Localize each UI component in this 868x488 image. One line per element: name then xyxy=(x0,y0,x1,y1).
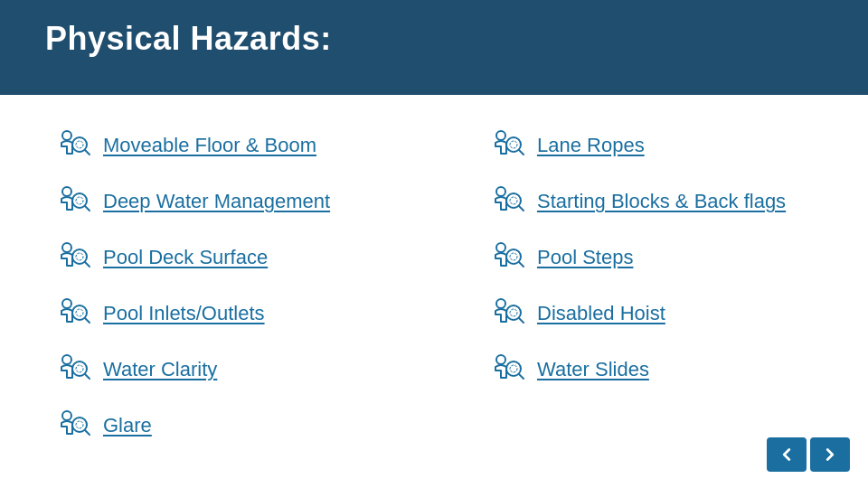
svg-point-43 xyxy=(510,365,517,372)
list-item-text-lane-ropes: Lane Ropes xyxy=(537,134,645,157)
hazard-icon xyxy=(54,295,92,333)
svg-line-14 xyxy=(85,318,90,323)
hazard-icon xyxy=(488,183,526,221)
svg-point-15 xyxy=(76,309,83,316)
list-item-text-moveable-floor-boom: Moveable Floor & Boom xyxy=(103,134,316,157)
svg-point-35 xyxy=(510,253,517,260)
list-item-starting-blocks-back-flags[interactable]: Starting Blocks & Back flags xyxy=(488,174,868,230)
list-item-deep-water-management[interactable]: Deep Water Management xyxy=(54,174,434,230)
right-column: Lane RopesStarting Blocks & Back flagsPo… xyxy=(434,104,868,488)
svg-line-42 xyxy=(519,374,524,379)
list-item-text-pool-steps: Pool Steps xyxy=(537,246,633,269)
navigation-buttons xyxy=(767,437,850,472)
svg-line-6 xyxy=(85,206,90,211)
list-item-glare[interactable]: Glare xyxy=(54,398,434,454)
svg-point-40 xyxy=(496,355,505,364)
svg-point-27 xyxy=(510,141,517,148)
hazard-icon xyxy=(488,127,526,164)
list-item-text-disabled-hoist: Disabled Hoist xyxy=(537,302,665,325)
list-item-text-starting-blocks-back-flags: Starting Blocks & Back flags xyxy=(537,190,786,213)
svg-line-38 xyxy=(519,318,524,323)
list-item-disabled-hoist[interactable]: Disabled Hoist xyxy=(488,286,868,342)
list-item-pool-deck-surface[interactable]: Pool Deck Surface xyxy=(54,230,434,286)
svg-point-19 xyxy=(76,365,83,372)
list-item-text-water-slides: Water Slides xyxy=(537,358,649,381)
svg-point-28 xyxy=(496,187,505,196)
svg-point-11 xyxy=(76,253,83,260)
svg-line-2 xyxy=(85,150,90,155)
svg-point-12 xyxy=(62,299,71,308)
content-area: Moveable Floor & BoomDeep Water Manageme… xyxy=(0,104,868,488)
hazard-icon xyxy=(54,183,92,221)
list-item-water-slides[interactable]: Water Slides xyxy=(488,342,868,398)
svg-point-4 xyxy=(62,187,71,196)
list-item-pool-steps[interactable]: Pool Steps xyxy=(488,230,868,286)
list-item-text-deep-water-management: Deep Water Management xyxy=(103,190,330,213)
hazard-icon xyxy=(54,239,92,277)
svg-point-39 xyxy=(510,309,517,316)
forward-button[interactable] xyxy=(810,437,850,472)
hazard-icon xyxy=(488,295,526,333)
hazard-icon xyxy=(488,351,526,389)
svg-point-3 xyxy=(76,141,83,148)
svg-point-23 xyxy=(76,421,83,428)
hazard-icon xyxy=(54,407,92,445)
list-item-moveable-floor-boom[interactable]: Moveable Floor & Boom xyxy=(54,117,434,174)
list-item-pool-inlets-outlets[interactable]: Pool Inlets/Outlets xyxy=(54,286,434,342)
left-column: Moveable Floor & BoomDeep Water Manageme… xyxy=(0,104,434,488)
hazard-icon xyxy=(488,239,526,277)
page-title: Physical Hazards: xyxy=(45,20,332,58)
svg-point-20 xyxy=(62,411,71,420)
list-item-lane-ropes[interactable]: Lane Ropes xyxy=(488,117,868,174)
svg-point-31 xyxy=(510,197,517,204)
list-item-text-pool-inlets-outlets: Pool Inlets/Outlets xyxy=(103,302,265,325)
svg-point-8 xyxy=(62,243,71,252)
hazard-icon xyxy=(54,127,92,164)
svg-point-7 xyxy=(76,197,83,204)
svg-line-30 xyxy=(519,206,524,211)
list-item-text-water-clarity: Water Clarity xyxy=(103,358,217,381)
list-item-water-clarity[interactable]: Water Clarity xyxy=(54,342,434,398)
list-item-text-glare: Glare xyxy=(103,414,152,437)
svg-line-10 xyxy=(85,262,90,267)
svg-line-18 xyxy=(85,374,90,379)
svg-point-32 xyxy=(496,243,505,252)
list-item-text-pool-deck-surface: Pool Deck Surface xyxy=(103,246,268,269)
svg-point-24 xyxy=(496,131,505,140)
back-button[interactable] xyxy=(767,437,807,472)
svg-point-36 xyxy=(496,299,505,308)
hazard-icon xyxy=(54,351,92,389)
svg-line-26 xyxy=(519,150,524,155)
svg-point-16 xyxy=(62,355,71,364)
svg-point-0 xyxy=(62,131,71,140)
svg-line-22 xyxy=(85,430,90,435)
svg-line-34 xyxy=(519,262,524,267)
